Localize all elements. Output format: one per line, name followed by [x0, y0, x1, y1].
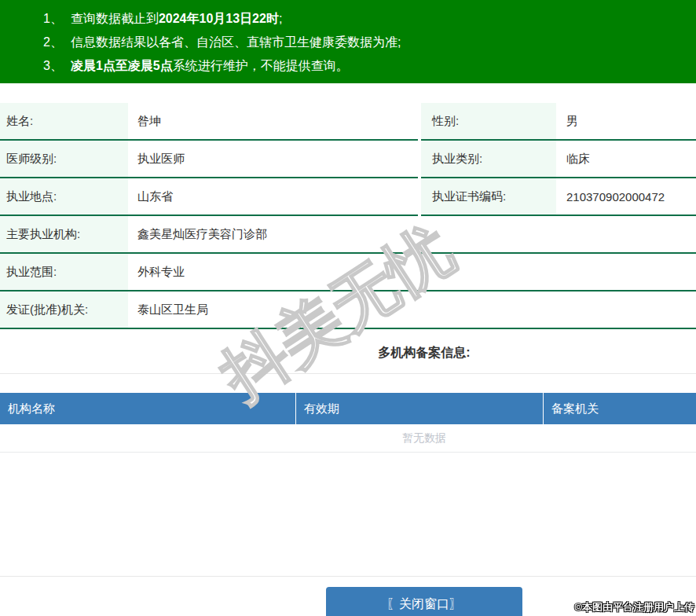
notice-line-3: 3、凌晨1点至凌晨5点系统进行维护，不能提供查询。 [43, 54, 696, 78]
field-label-practice-scope: 执业范围: [0, 254, 128, 292]
field-label-certificate-number: 执业证书编码: [421, 178, 556, 216]
column-header-filing-authority: 备案机关 [544, 393, 696, 424]
notice-banner: 1、查询数据截止到2024年10月13日22时; 2、信息数据结果以各省、自治区… [0, 0, 696, 83]
filing-table: 机构名称 有效期 备案机关 暂无数据 [0, 393, 696, 453]
field-value-practice-location: 山东省 [128, 178, 418, 216]
field-value-practice-category: 临床 [556, 141, 696, 178]
query-result-page: 1、查询数据截止到2024年10月13日22时; 2、信息数据结果以各省、自治区… [0, 0, 696, 616]
field-value-main-institution: 鑫美星灿医疗美容门诊部 [128, 216, 696, 254]
filing-table-header: 机构名称 有效期 备案机关 [0, 393, 696, 424]
column-header-institution-name: 机构名称 [0, 393, 296, 424]
field-value-practice-scope: 外科专业 [128, 254, 696, 292]
filing-section-header: 多机构备案信息: [0, 329, 696, 374]
notice-text-bold: 凌晨1点至凌晨5点 [71, 59, 173, 72]
close-window-button[interactable]: 〖关闭窗口〗 [326, 587, 522, 616]
field-label-main-institution: 主要执业机构: [0, 216, 128, 254]
filing-section-title: 多机构备案信息: [378, 346, 470, 359]
field-label-doctor-level: 医师级别: [0, 141, 128, 178]
notice-text-bold: 2024年10月13日22时 [159, 12, 279, 25]
field-value-certificate-number: 210370902000472 [556, 178, 696, 216]
table-row: 执业地点: 山东省 执业证书编码: 210370902000472 [0, 178, 696, 216]
field-label-practice-category: 执业类别: [421, 141, 556, 178]
field-label-practice-location: 执业地点: [0, 178, 128, 216]
field-value-name: 昝坤 [128, 103, 418, 141]
notice-text: 查询数据截止到 [71, 12, 159, 25]
table-row: 医师级别: 执业医师 执业类别: 临床 [0, 141, 696, 178]
field-label-gender: 性别: [421, 103, 556, 141]
notice-text: 信息数据结果以各省、自治区、直辖市卫生健康委数据为准; [71, 35, 401, 49]
photo-credit-watermark: ©本图由平台注册用户上传 [574, 600, 694, 614]
table-row: 执业范围: 外科专业 [0, 254, 696, 292]
column-header-validity-period: 有效期 [296, 393, 544, 424]
notice-number: 2、 [43, 35, 63, 49]
field-label-issuing-authority: 发证(批准)机关: [0, 292, 128, 329]
whitespace-spacer [0, 453, 696, 576]
notice-text: ; [279, 12, 282, 25]
field-value-issuing-authority: 泰山区卫生局 [128, 292, 696, 329]
field-label-name: 姓名: [0, 103, 128, 141]
notice-text: 系统进行维护，不能提供查询。 [173, 59, 349, 72]
notice-number: 1、 [43, 12, 63, 25]
table-row: 姓名: 昝坤 性别: 男 [0, 103, 696, 141]
field-value-doctor-level: 执业医师 [128, 141, 418, 178]
doctor-info-table: 姓名: 昝坤 性别: 男 医师级别: 执业医师 执业类别: 临床 执业地点: 山… [0, 103, 696, 329]
table-row: 主要执业机构: 鑫美星灿医疗美容门诊部 [0, 216, 696, 254]
notice-line-1: 1、查询数据截止到2024年10月13日22时; [43, 7, 696, 31]
table-row: 发证(批准)机关: 泰山区卫生局 [0, 292, 696, 329]
notice-number: 3、 [43, 59, 63, 72]
empty-data-placeholder: 暂无数据 [0, 424, 696, 453]
field-value-gender: 男 [556, 103, 696, 141]
notice-line-2: 2、信息数据结果以各省、自治区、直辖市卫生健康委数据为准; [43, 31, 696, 54]
